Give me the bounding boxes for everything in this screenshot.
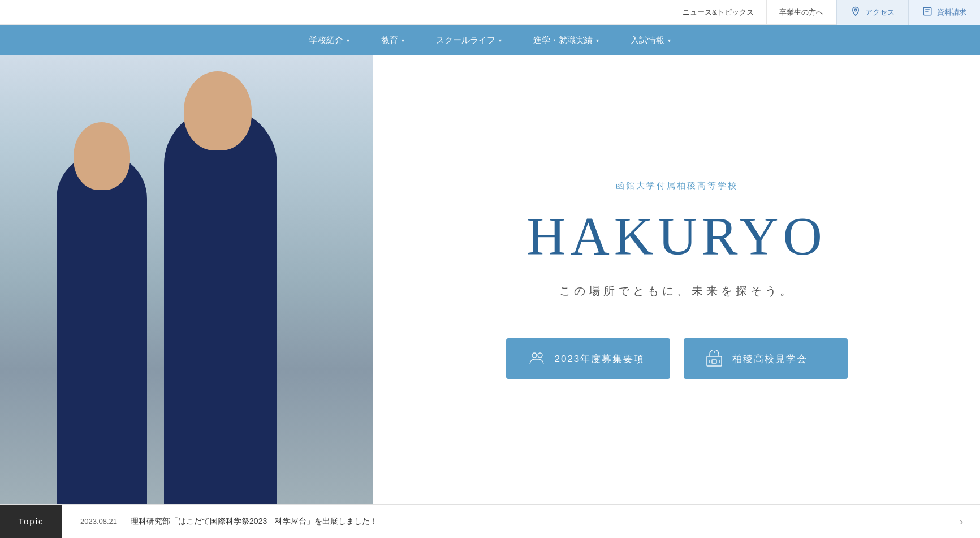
hero-section: 函館大学付属柏稜高等学校 HAKURYO この場所でともに、未来を探そう。 20… — [0, 55, 980, 504]
topic-next-arrow-icon[interactable]: › — [960, 515, 963, 527]
school-life-nav[interactable]: スクールライフ ▾ — [420, 25, 517, 55]
news-topics-link[interactable]: ニュース&トピックス — [670, 0, 767, 25]
request-label: 資料請求 — [937, 7, 966, 18]
news-topics-label: ニュース&トピックス — [683, 7, 754, 18]
cta-buttons-group: 2023年度募集要項 柏稜高校見学会 — [506, 338, 848, 379]
student-left-figure — [57, 153, 147, 504]
school-name-hakuryo: HAKURYO — [526, 205, 827, 268]
request-icon — [922, 6, 932, 18]
school-intro-nav[interactable]: 学校紹介 ▾ — [293, 25, 365, 55]
results-nav[interactable]: 進学・就職実績 ▾ — [517, 25, 615, 55]
tour-label: 柏稜高校見学会 — [732, 352, 808, 365]
topic-bar: Topic 2023.08.21 理科研究部「はこだて国際科学祭2023 科学屋… — [0, 504, 980, 538]
school-subtitle: 函館大学付属柏稜高等学校 — [560, 180, 793, 191]
education-label: 教育 — [381, 35, 398, 46]
school-intro-chevron-icon: ▾ — [347, 37, 349, 44]
recruitment-btn[interactable]: 2023年度募集要項 — [506, 338, 670, 379]
admission-nav[interactable]: 入試情報 ▾ — [615, 25, 687, 55]
topic-label: Topic — [0, 505, 62, 538]
education-chevron-icon: ▾ — [402, 37, 404, 44]
admission-label: 入試情報 — [631, 35, 664, 46]
subtitle-line-right — [748, 186, 793, 186]
topic-date: 2023.08.21 — [80, 517, 117, 526]
education-nav[interactable]: 教育 ▾ — [365, 25, 420, 55]
tour-icon — [704, 348, 724, 369]
request-btn[interactable]: 資料請求 — [908, 0, 980, 25]
access-label: アクセス — [865, 7, 895, 18]
tour-btn[interactable]: 柏稜高校見学会 — [684, 338, 848, 379]
school-life-label: スクールライフ — [436, 35, 495, 46]
school-tagline: この場所でともに、未来を探そう。 — [559, 283, 795, 299]
svg-point-3 — [538, 353, 542, 358]
top-bar-links: ニュース&トピックス 卒業生の方へ アクセス 資料請求 — [670, 0, 980, 25]
recruitment-icon — [526, 348, 547, 369]
access-icon — [851, 6, 861, 18]
student-right-figure — [164, 108, 277, 504]
topic-content[interactable]: 2023.08.21 理科研究部「はこだて国際科学祭2023 科学屋台」を出展し… — [62, 505, 396, 538]
topic-text: 理科研究部「はこだて国際科学祭2023 科学屋台」を出展しました！ — [131, 517, 378, 527]
alumni-label: 卒業生の方へ — [779, 7, 823, 18]
subtitle-line-left — [560, 186, 606, 186]
svg-point-2 — [532, 353, 537, 358]
svg-rect-5 — [712, 360, 716, 363]
svg-point-0 — [854, 9, 857, 11]
school-intro-label: 学校紹介 — [309, 35, 343, 46]
alumni-link[interactable]: 卒業生の方へ — [767, 0, 836, 25]
top-utility-bar: ニュース&トピックス 卒業生の方へ アクセス 資料請求 — [0, 0, 980, 25]
admission-chevron-icon: ▾ — [668, 37, 671, 44]
school-subtitle-text: 函館大学付属柏稜高等学校 — [616, 180, 738, 191]
hero-photo — [0, 55, 373, 504]
results-label: 進学・就職実績 — [533, 35, 593, 46]
hero-content: 函館大学付属柏稜高等学校 HAKURYO この場所でともに、未来を探そう。 20… — [373, 55, 980, 504]
access-btn[interactable]: アクセス — [836, 0, 908, 25]
school-life-chevron-icon: ▾ — [499, 37, 502, 44]
recruitment-label: 2023年度募集要項 — [555, 352, 645, 365]
main-navigation: 学校紹介 ▾ 教育 ▾ スクールライフ ▾ 進学・就職実績 ▾ 入試情報 ▾ — [0, 25, 980, 55]
results-chevron-icon: ▾ — [596, 37, 599, 44]
